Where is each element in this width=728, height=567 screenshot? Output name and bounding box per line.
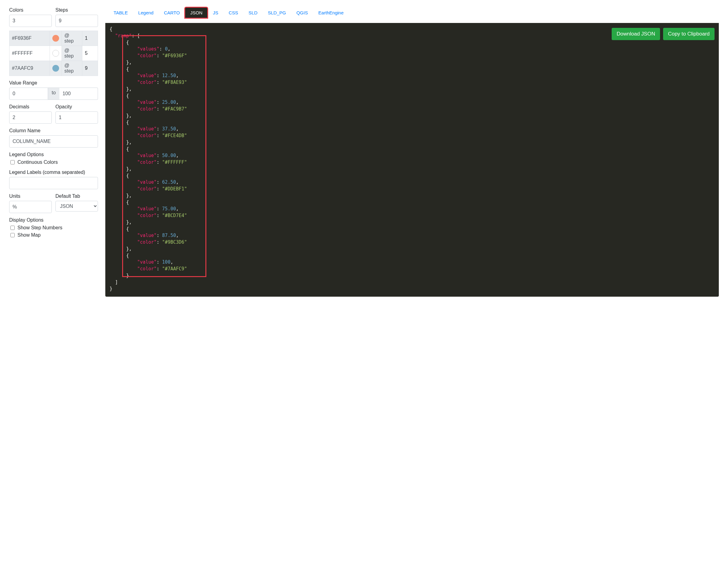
color-stop-step-value[interactable]: 1 xyxy=(82,31,98,46)
continuous-colors-checkbox[interactable] xyxy=(10,160,15,164)
color-stop-step-label: @ step xyxy=(62,61,82,76)
opacity-input[interactable] xyxy=(55,111,98,124)
range-to-addon: to xyxy=(48,88,59,100)
tab-table[interactable]: TABLE xyxy=(108,7,133,18)
show-map-label: Show Map xyxy=(17,232,41,238)
steps-input[interactable] xyxy=(55,15,98,27)
color-stop-row[interactable]: #FFFFFF@ step5 xyxy=(9,46,98,61)
range-from-input[interactable] xyxy=(9,88,48,100)
show-map-checkbox[interactable] xyxy=(10,233,15,237)
tab-sld[interactable]: SLD xyxy=(243,7,263,18)
color-stop-swatch[interactable] xyxy=(50,31,62,46)
display-options-label: Display Options xyxy=(9,217,98,223)
continuous-colors-label: Continuous Colors xyxy=(17,160,58,165)
show-step-numbers-label: Show Step Numbers xyxy=(17,225,62,231)
color-stops-table: #F6936F@ step1#FFFFFF@ step5#7AAFC9@ ste… xyxy=(9,31,98,76)
color-stop-hex[interactable]: #7AAFC9 xyxy=(9,61,50,76)
color-stop-swatch[interactable] xyxy=(50,46,62,61)
legend-labels-input[interactable] xyxy=(9,177,98,189)
copy-clipboard-button[interactable]: Copy to Clipboard xyxy=(663,28,715,40)
default-tab-select[interactable]: JSON xyxy=(55,201,98,212)
tab-earthengine[interactable]: EarthEngine xyxy=(313,7,349,18)
color-stop-hex[interactable]: #FFFFFF xyxy=(9,46,50,61)
value-range-label: Value Range xyxy=(9,80,98,86)
tab-sld_pg[interactable]: SLD_PG xyxy=(263,7,291,18)
decimals-label: Decimals xyxy=(9,104,52,110)
opacity-label: Opacity xyxy=(55,104,98,110)
main-panel: TABLELegendCARTOJSONJSCSSSLDSLD_PGQGISEa… xyxy=(105,7,719,301)
color-stop-step-label: @ step xyxy=(62,46,82,61)
color-stop-swatch[interactable] xyxy=(50,61,62,76)
decimals-input[interactable] xyxy=(9,111,52,124)
show-step-numbers-checkbox[interactable] xyxy=(10,226,15,230)
range-to-input[interactable] xyxy=(59,88,98,100)
color-stop-step-value[interactable]: 9 xyxy=(82,61,98,76)
tabs: TABLELegendCARTOJSONJSCSSSLDSLD_PGQGISEa… xyxy=(105,7,719,18)
sidebar: Colors Steps #F6936F@ step1#FFFFFF@ step… xyxy=(9,7,98,301)
colors-label: Colors xyxy=(9,7,52,13)
tab-legend[interactable]: Legend xyxy=(133,7,159,18)
json-output[interactable]: { "ramp": [ { "values": 0, "color": "#F6… xyxy=(105,23,719,297)
units-label: Units xyxy=(9,193,52,199)
download-json-button[interactable]: Download JSON xyxy=(612,28,660,40)
color-stop-hex[interactable]: #F6936F xyxy=(9,31,50,46)
steps-label: Steps xyxy=(55,7,98,13)
legend-options-label: Legend Options xyxy=(9,152,98,157)
tab-carto[interactable]: CARTO xyxy=(159,7,185,18)
default-tab-label: Default Tab xyxy=(55,193,98,199)
color-stop-step-value[interactable]: 5 xyxy=(82,46,98,61)
color-stop-step-label: @ step xyxy=(62,31,82,46)
tab-json[interactable]: JSON xyxy=(185,7,208,18)
column-name-label: Column Name xyxy=(9,128,98,133)
color-stop-row[interactable]: #F6936F@ step1 xyxy=(9,31,98,46)
units-input[interactable] xyxy=(9,201,52,213)
colors-input[interactable] xyxy=(9,15,52,27)
tab-qgis[interactable]: QGIS xyxy=(291,7,313,18)
legend-labels-label: Legend Labels (comma separated) xyxy=(9,170,98,175)
tab-css[interactable]: CSS xyxy=(223,7,243,18)
color-stop-row[interactable]: #7AAFC9@ step9 xyxy=(9,61,98,76)
column-name-input[interactable] xyxy=(9,135,98,148)
tab-js[interactable]: JS xyxy=(208,7,223,18)
